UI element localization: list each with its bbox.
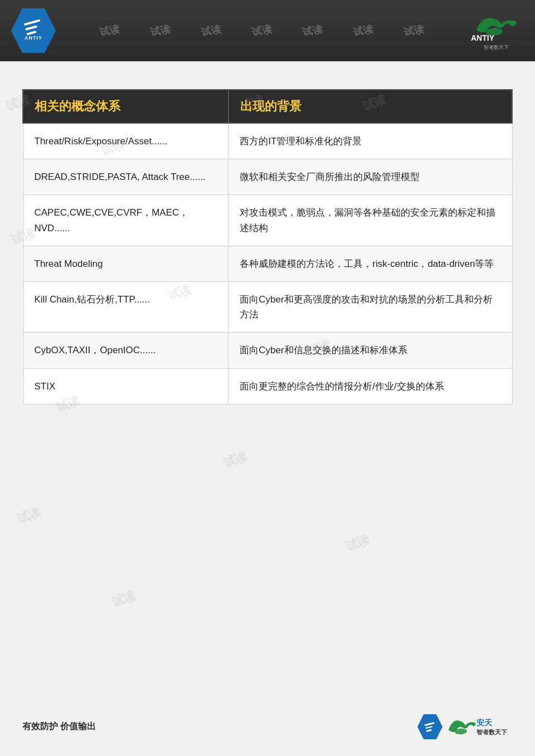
table-cell-col2: 对攻击模式，脆弱点，漏洞等各种基础的安全元素的标定和描述结构: [228, 195, 512, 246]
page-wm-11: 试读: [343, 531, 372, 555]
table-cell-col1: STIX: [23, 368, 228, 404]
header-watermark-6: 试读: [352, 22, 374, 39]
table-row: Threat/Risk/Exposure/Asset......西方的IT管理和…: [23, 123, 512, 159]
col1-header: 相关的概念体系: [23, 90, 228, 123]
main-content: 试读 试读 试读 试读 试读 试读 试读 试读 试读 试读 试读 试读 相关的概…: [0, 61, 535, 427]
table-row: CAPEC,CWE,CVE,CVRF，MAEC，NVD......对攻击模式，脆…: [23, 195, 512, 246]
table-cell-col1: CybOX,TAXII，OpenIOC......: [23, 333, 228, 368]
footer: 有效防护 价值输出 安天 智者数天下: [0, 714, 535, 739]
footer-brand-text: 安天 智者数天下: [446, 714, 513, 739]
table-cell-col1: DREAD,STRIDE,PASTA, Attack Tree......: [23, 159, 228, 195]
table-cell-col1: Kill Chain,钻石分析,TTP......: [23, 281, 228, 332]
table-cell-col1: CAPEC,CWE,CVE,CVRF，MAEC，NVD......: [23, 195, 228, 246]
logo-line-2: [25, 25, 37, 31]
table-row: CybOX,TAXII，OpenIOC......面向Cyber和信息交换的描述…: [23, 333, 512, 368]
header-brand-name: ANTIY: [468, 10, 524, 42]
footer-logo: 安天 智者数天下: [417, 714, 513, 739]
table-cell-col2: 各种威胁建模的方法论，工具，risk-centric，data-driven等等: [228, 246, 512, 281]
footer-logo-line-1: [424, 722, 434, 726]
table-cell-col1: Threat/Risk/Exposure/Asset......: [23, 123, 228, 159]
table-header-row: 相关的概念体系 出现的背景: [23, 90, 512, 123]
table-cell-col2: 面向Cyber和信息交换的描述和标准体系: [228, 333, 512, 368]
header-watermark-area: 试读 试读 试读 试读 试读 试读 试读: [56, 24, 468, 37]
header-right-logo: ANTIY 智者数天下: [468, 10, 524, 51]
header-watermark-3: 试读: [200, 22, 222, 39]
page-wm-10: 试读: [14, 503, 43, 527]
footer-logo-icon: [417, 714, 442, 739]
logo-graphic: [24, 19, 43, 35]
svg-text:安天: 安天: [476, 718, 493, 727]
page-wm-12: 试读: [109, 587, 138, 611]
footer-logo-line-3: [426, 729, 431, 731]
footer-logo-graphic: [424, 722, 436, 732]
table-cell-col2: 面向更完整的综合性的情报分析/作业/交换的体系: [228, 368, 512, 404]
table-row: Threat Modeling各种威胁建模的方法论，工具，risk-centri…: [23, 246, 512, 281]
header-watermark-5: 试读: [301, 22, 324, 39]
header-watermark-1: 试读: [99, 22, 121, 39]
logo-label: ANTIY: [25, 35, 42, 41]
footer-brand-main: 安天 智者数天下: [446, 714, 513, 739]
table-cell-col2: 面向Cyber和更高强度的攻击和对抗的场景的分析工具和分析方法: [228, 281, 512, 332]
page-wm-9: 试读: [221, 447, 250, 471]
table-cell-col1: Threat Modeling: [23, 246, 228, 281]
antiy-logo: ANTIY: [11, 8, 56, 53]
table-cell-col2: 西方的IT管理和标准化的背景: [228, 123, 512, 159]
header-brand-subtitle: 智者数天下: [484, 44, 509, 51]
col2-header: 出现的背景: [228, 90, 512, 123]
logo-line-1: [24, 19, 41, 26]
footer-slogan: 有效防护 价值输出: [22, 721, 96, 733]
header-watermark-4: 试读: [251, 22, 273, 39]
svg-text:ANTIY: ANTIY: [471, 33, 495, 41]
table-row: STIX面向更完整的综合性的情报分析/作业/交换的体系: [23, 368, 512, 404]
main-table: 相关的概念体系 出现的背景 Threat/Risk/Exposure/Asset…: [22, 89, 513, 404]
footer-logo-line-2: [425, 725, 432, 729]
header: ANTIY 试读 试读 试读 试读 试读 试读 试读 ANTIY 智者数天下: [0, 0, 535, 61]
svg-text:智者数天下: 智者数天下: [476, 729, 508, 735]
table-row: Kill Chain,钻石分析,TTP......面向Cyber和更高强度的攻击…: [23, 281, 512, 332]
header-watermark-2: 试读: [149, 22, 172, 39]
table-row: DREAD,STRIDE,PASTA, Attack Tree......微软和…: [23, 159, 512, 195]
header-watermark-7: 试读: [403, 22, 425, 39]
table-cell-col2: 微软和相关安全厂商所推出的风险管理模型: [228, 159, 512, 195]
